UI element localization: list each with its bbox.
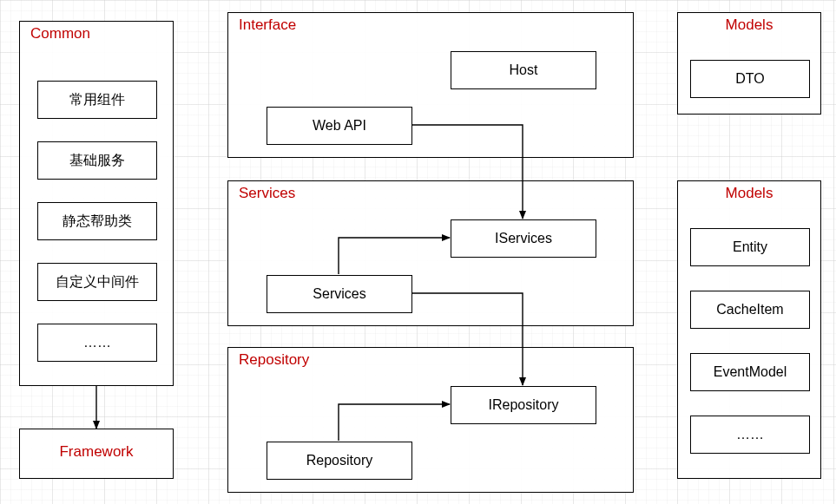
group-title-common: Common — [30, 25, 90, 43]
group-models-top: Models DTO — [677, 12, 821, 115]
box-models-ellipsis: …… — [690, 416, 810, 454]
box-cacheitem: CacheItem — [690, 291, 810, 329]
diagram-stage: Common 常用组件 基础服务 静态帮助类 自定义中间件 …… Framewo… — [0, 0, 836, 504]
group-title-models-bottom: Models — [678, 185, 820, 202]
box-dto: DTO — [690, 60, 810, 98]
group-interface: Interface Host Web API — [227, 12, 634, 158]
group-framework: Framework — [19, 429, 174, 479]
group-models-bottom: Models Entity CacheItem EventModel …… — [677, 180, 821, 479]
box-entity: Entity — [690, 228, 810, 266]
box-repository: Repository — [267, 442, 412, 480]
box-eventmodel: EventModel — [690, 353, 810, 391]
box-irepository: IRepository — [451, 386, 596, 424]
group-services: Services IServices Services — [227, 180, 634, 326]
group-title-interface: Interface — [239, 16, 296, 34]
group-title-models-top: Models — [678, 16, 820, 34]
box-common-item-1: 基础服务 — [37, 141, 157, 180]
group-title-services: Services — [239, 185, 295, 202]
group-repository: Repository IRepository Repository — [227, 347, 634, 493]
box-common-item-4: …… — [37, 324, 157, 362]
group-title-framework: Framework — [20, 443, 173, 461]
group-title-repository: Repository — [239, 351, 309, 369]
box-common-item-3: 自定义中间件 — [37, 263, 157, 301]
group-common: Common 常用组件 基础服务 静态帮助类 自定义中间件 …… — [19, 21, 174, 386]
box-webapi: Web API — [267, 107, 412, 145]
box-common-item-2: 静态帮助类 — [37, 202, 157, 240]
box-iservices: IServices — [451, 219, 596, 258]
box-host: Host — [451, 51, 596, 89]
box-common-item-0: 常用组件 — [37, 81, 157, 119]
box-services: Services — [267, 275, 412, 313]
